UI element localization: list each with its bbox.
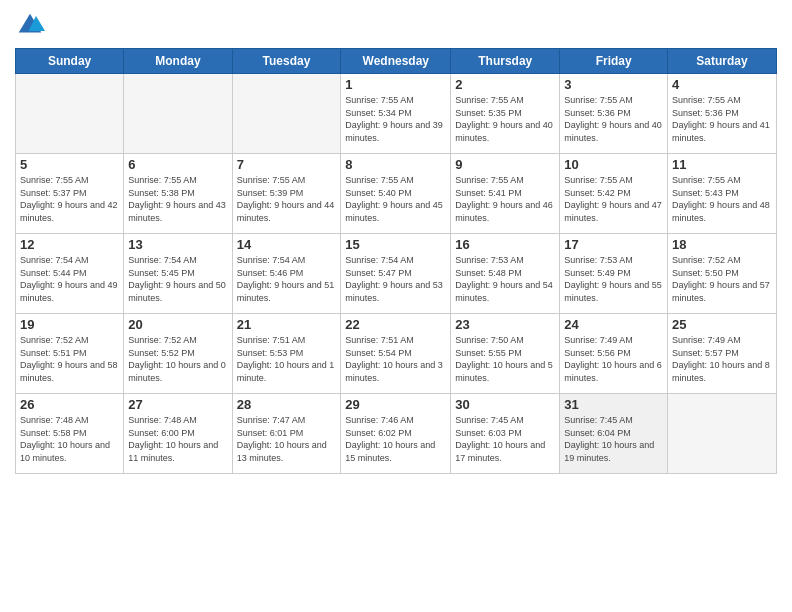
day-number: 30	[455, 397, 555, 412]
calendar-cell: 4Sunrise: 7:55 AMSunset: 5:36 PMDaylight…	[668, 74, 777, 154]
calendar-cell: 9Sunrise: 7:55 AMSunset: 5:41 PMDaylight…	[451, 154, 560, 234]
weekday-header-friday: Friday	[560, 49, 668, 74]
day-detail: Sunrise: 7:55 AMSunset: 5:39 PMDaylight:…	[237, 174, 337, 224]
day-detail: Sunrise: 7:49 AMSunset: 5:57 PMDaylight:…	[672, 334, 772, 384]
calendar-week-row: 26Sunrise: 7:48 AMSunset: 5:58 PMDayligh…	[16, 394, 777, 474]
day-number: 23	[455, 317, 555, 332]
day-number: 27	[128, 397, 227, 412]
weekday-header-row: SundayMondayTuesdayWednesdayThursdayFrid…	[16, 49, 777, 74]
day-number: 14	[237, 237, 337, 252]
calendar-cell: 17Sunrise: 7:53 AMSunset: 5:49 PMDayligh…	[560, 234, 668, 314]
day-number: 10	[564, 157, 663, 172]
calendar-cell: 7Sunrise: 7:55 AMSunset: 5:39 PMDaylight…	[232, 154, 341, 234]
calendar-cell: 28Sunrise: 7:47 AMSunset: 6:01 PMDayligh…	[232, 394, 341, 474]
day-detail: Sunrise: 7:45 AMSunset: 6:03 PMDaylight:…	[455, 414, 555, 464]
calendar-table: SundayMondayTuesdayWednesdayThursdayFrid…	[15, 48, 777, 474]
calendar-cell: 27Sunrise: 7:48 AMSunset: 6:00 PMDayligh…	[124, 394, 232, 474]
calendar-cell	[124, 74, 232, 154]
calendar-cell: 5Sunrise: 7:55 AMSunset: 5:37 PMDaylight…	[16, 154, 124, 234]
calendar-cell: 3Sunrise: 7:55 AMSunset: 5:36 PMDaylight…	[560, 74, 668, 154]
day-detail: Sunrise: 7:55 AMSunset: 5:37 PMDaylight:…	[20, 174, 119, 224]
day-detail: Sunrise: 7:55 AMSunset: 5:40 PMDaylight:…	[345, 174, 446, 224]
calendar-cell: 10Sunrise: 7:55 AMSunset: 5:42 PMDayligh…	[560, 154, 668, 234]
calendar-cell: 21Sunrise: 7:51 AMSunset: 5:53 PMDayligh…	[232, 314, 341, 394]
day-number: 20	[128, 317, 227, 332]
day-number: 25	[672, 317, 772, 332]
day-number: 31	[564, 397, 663, 412]
day-detail: Sunrise: 7:54 AMSunset: 5:47 PMDaylight:…	[345, 254, 446, 304]
day-number: 5	[20, 157, 119, 172]
calendar-week-row: 5Sunrise: 7:55 AMSunset: 5:37 PMDaylight…	[16, 154, 777, 234]
day-number: 21	[237, 317, 337, 332]
day-detail: Sunrise: 7:54 AMSunset: 5:45 PMDaylight:…	[128, 254, 227, 304]
calendar-cell	[16, 74, 124, 154]
day-detail: Sunrise: 7:46 AMSunset: 6:02 PMDaylight:…	[345, 414, 446, 464]
day-detail: Sunrise: 7:52 AMSunset: 5:51 PMDaylight:…	[20, 334, 119, 384]
day-detail: Sunrise: 7:51 AMSunset: 5:53 PMDaylight:…	[237, 334, 337, 384]
weekday-header-wednesday: Wednesday	[341, 49, 451, 74]
calendar-cell: 19Sunrise: 7:52 AMSunset: 5:51 PMDayligh…	[16, 314, 124, 394]
calendar-cell: 20Sunrise: 7:52 AMSunset: 5:52 PMDayligh…	[124, 314, 232, 394]
calendar-cell	[668, 394, 777, 474]
day-number: 4	[672, 77, 772, 92]
day-number: 2	[455, 77, 555, 92]
calendar-cell: 18Sunrise: 7:52 AMSunset: 5:50 PMDayligh…	[668, 234, 777, 314]
day-detail: Sunrise: 7:51 AMSunset: 5:54 PMDaylight:…	[345, 334, 446, 384]
day-detail: Sunrise: 7:55 AMSunset: 5:43 PMDaylight:…	[672, 174, 772, 224]
day-detail: Sunrise: 7:55 AMSunset: 5:36 PMDaylight:…	[672, 94, 772, 144]
calendar-cell: 22Sunrise: 7:51 AMSunset: 5:54 PMDayligh…	[341, 314, 451, 394]
calendar-cell: 29Sunrise: 7:46 AMSunset: 6:02 PMDayligh…	[341, 394, 451, 474]
day-detail: Sunrise: 7:55 AMSunset: 5:42 PMDaylight:…	[564, 174, 663, 224]
day-number: 28	[237, 397, 337, 412]
calendar-cell: 11Sunrise: 7:55 AMSunset: 5:43 PMDayligh…	[668, 154, 777, 234]
day-detail: Sunrise: 7:54 AMSunset: 5:44 PMDaylight:…	[20, 254, 119, 304]
day-detail: Sunrise: 7:55 AMSunset: 5:38 PMDaylight:…	[128, 174, 227, 224]
header	[15, 10, 777, 40]
day-detail: Sunrise: 7:48 AMSunset: 5:58 PMDaylight:…	[20, 414, 119, 464]
day-number: 19	[20, 317, 119, 332]
calendar-cell: 2Sunrise: 7:55 AMSunset: 5:35 PMDaylight…	[451, 74, 560, 154]
calendar-week-row: 19Sunrise: 7:52 AMSunset: 5:51 PMDayligh…	[16, 314, 777, 394]
calendar-cell: 30Sunrise: 7:45 AMSunset: 6:03 PMDayligh…	[451, 394, 560, 474]
weekday-header-saturday: Saturday	[668, 49, 777, 74]
calendar-cell: 15Sunrise: 7:54 AMSunset: 5:47 PMDayligh…	[341, 234, 451, 314]
calendar-cell: 26Sunrise: 7:48 AMSunset: 5:58 PMDayligh…	[16, 394, 124, 474]
day-detail: Sunrise: 7:55 AMSunset: 5:36 PMDaylight:…	[564, 94, 663, 144]
day-number: 18	[672, 237, 772, 252]
calendar-cell	[232, 74, 341, 154]
day-detail: Sunrise: 7:55 AMSunset: 5:41 PMDaylight:…	[455, 174, 555, 224]
day-number: 13	[128, 237, 227, 252]
calendar-week-row: 1Sunrise: 7:55 AMSunset: 5:34 PMDaylight…	[16, 74, 777, 154]
weekday-header-sunday: Sunday	[16, 49, 124, 74]
calendar-cell: 25Sunrise: 7:49 AMSunset: 5:57 PMDayligh…	[668, 314, 777, 394]
day-number: 24	[564, 317, 663, 332]
day-detail: Sunrise: 7:52 AMSunset: 5:52 PMDaylight:…	[128, 334, 227, 384]
day-number: 6	[128, 157, 227, 172]
logo-icon	[15, 10, 45, 40]
day-detail: Sunrise: 7:55 AMSunset: 5:34 PMDaylight:…	[345, 94, 446, 144]
calendar-cell: 8Sunrise: 7:55 AMSunset: 5:40 PMDaylight…	[341, 154, 451, 234]
calendar-cell: 16Sunrise: 7:53 AMSunset: 5:48 PMDayligh…	[451, 234, 560, 314]
weekday-header-tuesday: Tuesday	[232, 49, 341, 74]
day-detail: Sunrise: 7:48 AMSunset: 6:00 PMDaylight:…	[128, 414, 227, 464]
calendar-cell: 12Sunrise: 7:54 AMSunset: 5:44 PMDayligh…	[16, 234, 124, 314]
day-detail: Sunrise: 7:54 AMSunset: 5:46 PMDaylight:…	[237, 254, 337, 304]
calendar-cell: 13Sunrise: 7:54 AMSunset: 5:45 PMDayligh…	[124, 234, 232, 314]
day-detail: Sunrise: 7:47 AMSunset: 6:01 PMDaylight:…	[237, 414, 337, 464]
day-number: 11	[672, 157, 772, 172]
day-detail: Sunrise: 7:45 AMSunset: 6:04 PMDaylight:…	[564, 414, 663, 464]
day-number: 12	[20, 237, 119, 252]
day-number: 22	[345, 317, 446, 332]
day-detail: Sunrise: 7:52 AMSunset: 5:50 PMDaylight:…	[672, 254, 772, 304]
weekday-header-thursday: Thursday	[451, 49, 560, 74]
day-number: 8	[345, 157, 446, 172]
calendar-cell: 24Sunrise: 7:49 AMSunset: 5:56 PMDayligh…	[560, 314, 668, 394]
calendar-cell: 6Sunrise: 7:55 AMSunset: 5:38 PMDaylight…	[124, 154, 232, 234]
calendar-cell: 1Sunrise: 7:55 AMSunset: 5:34 PMDaylight…	[341, 74, 451, 154]
day-number: 7	[237, 157, 337, 172]
day-detail: Sunrise: 7:49 AMSunset: 5:56 PMDaylight:…	[564, 334, 663, 384]
day-detail: Sunrise: 7:55 AMSunset: 5:35 PMDaylight:…	[455, 94, 555, 144]
day-number: 3	[564, 77, 663, 92]
day-detail: Sunrise: 7:50 AMSunset: 5:55 PMDaylight:…	[455, 334, 555, 384]
day-number: 17	[564, 237, 663, 252]
